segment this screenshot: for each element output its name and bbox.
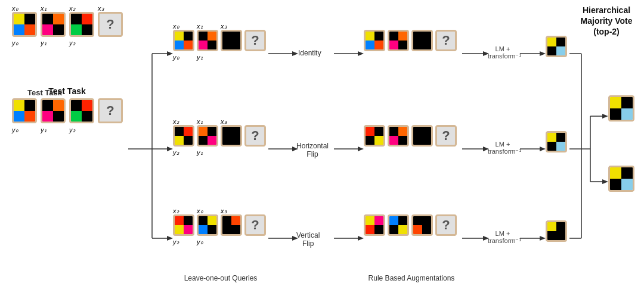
test-y2-label: y₂ [69,39,75,47]
ident-y1-label: y₁ [197,54,203,61]
svg-marker-29 [358,236,364,241]
test-panel-y3: ? [98,98,123,123]
ident-right-panel-x0 [364,30,385,51]
test-y0-label: y₀ [12,39,18,47]
hierarchical-title: Hierarchical Majority Vote (top-2) [571,5,642,38]
test-bot-y2: y₂ [69,126,75,134]
ident-y0-label: y₀ [173,54,179,61]
vflip-panel-x3 [221,214,242,236]
test-panel-y0 [12,98,37,123]
leave-one-out-label: Leave-one-out Queries [173,274,268,282]
hflip-right-x1 [388,125,409,147]
hflip-y1-label: y₁ [197,149,203,157]
output-panel-hflip [546,131,567,152]
final-panel-bottom [608,166,634,192]
test-panel-x0 [12,12,37,37]
svg-marker-21 [358,147,364,151]
hflip-y2-label: y₂ [173,149,179,157]
final-panel-top [608,95,634,122]
vflip-right-q: ? [435,214,457,236]
ident-right-panel-x3 [411,30,433,51]
output-panel-vflip [546,220,567,242]
vflip-y0-label: y₀ [197,238,203,246]
hflip-right-x3 [411,125,433,147]
svg-marker-33 [540,236,546,241]
test-panel-y2 [69,98,94,123]
ident-panel-x1 [197,30,218,51]
ident-panel-x0 [173,30,194,51]
hflip-label: HorizontalFlip [296,142,329,158]
hflip-right-q: ? [435,125,457,147]
test-task-title-main: Test Task [12,86,122,96]
test-panel-x2 [69,12,94,37]
hflip-panel-q: ? [244,125,266,147]
vflip-panel-q: ? [244,214,266,236]
test-bot-y1: y₁ [41,126,47,134]
svg-marker-45 [602,179,608,184]
vflip-panel-x0 [197,214,218,236]
svg-marker-11 [292,51,298,56]
lm-label-ident: LM +transform⁻¹ [488,45,518,60]
identity-label: Identity [298,49,321,57]
hflip-right-x2 [364,125,385,147]
hflip-panel-x1 [197,125,218,147]
test-panel-x3: ? [98,12,123,37]
output-panel-ident [546,36,567,57]
svg-marker-3 [167,51,173,56]
svg-marker-13 [358,51,364,56]
lm-label-vflip: LM +transform⁻¹ [488,230,518,245]
svg-marker-25 [540,147,546,151]
test-bot-y0: y₀ [12,126,18,134]
vflip-right-x2 [364,214,385,236]
svg-marker-6 [167,147,173,151]
vflip-panel-x2 [173,214,194,236]
test-panel-y1 [41,98,66,123]
test-y1-label: y₁ [41,39,47,47]
diagram-container: Test Task x₀ x₁ x₂ x₃ ? y₀ y₁ [0,0,644,302]
ident-panel-q: ? [244,30,266,51]
svg-marker-42 [602,114,608,119]
lm-label-hflip: LM +transform⁻¹ [488,141,518,155]
vflip-label: VerticalFlip [296,231,320,248]
vflip-right-x3 [411,214,433,236]
hflip-panel-x3 [221,125,242,147]
ident-panel-x3 [221,30,242,51]
rule-based-label: Rule Based Augmentations [364,274,459,282]
ident-right-panel-x1 [388,30,409,51]
svg-marker-9 [167,236,173,241]
test-panel-x1 [41,12,66,37]
hflip-panel-x2 [173,125,194,147]
vflip-y2-label: y₂ [173,238,179,246]
ident-right-q: ? [435,30,457,51]
vflip-right-x0 [388,214,409,236]
svg-marker-17 [540,51,546,56]
